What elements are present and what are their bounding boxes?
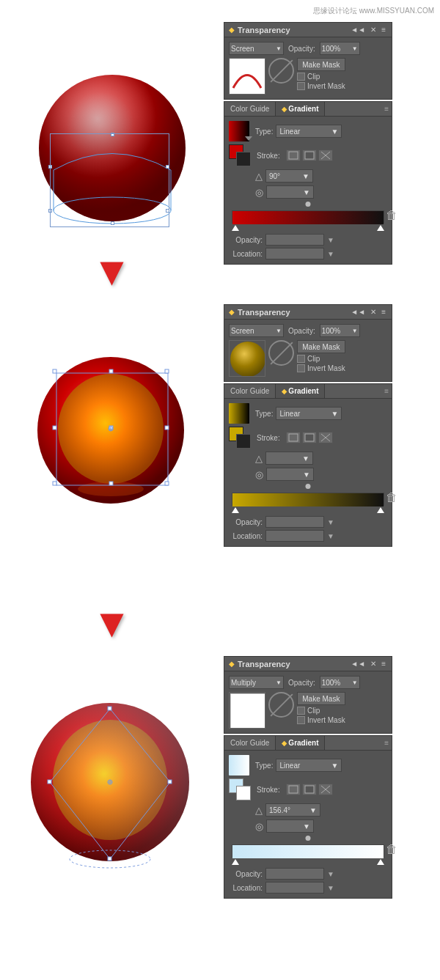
gradient-tab-2[interactable]: ◆ Gradient [276,384,325,398]
invert-checkbox-1[interactable] [297,82,305,90]
stroke-btn-3b[interactable] [302,784,317,795]
opacity-input-3[interactable] [265,868,324,880]
color-guide-tab-2[interactable]: Color Guide [224,384,276,398]
color-guide-tab-3[interactable]: Color Guide [224,736,276,750]
location-dropdown-arrow-1[interactable]: ▼ [327,250,334,258]
stroke-btn-2c[interactable] [318,432,333,443]
location-input-2[interactable] [265,530,324,542]
clip-checkbox-2[interactable] [297,355,305,363]
opacity-dropdown-2[interactable]: 100% ▼ [320,324,360,337]
blend-dropdown-2[interactable]: Screen ▼ [229,324,284,337]
panel-menu-btn-1[interactable]: ≡ [380,26,387,34]
gradient-tab-3[interactable]: ◆ Gradient [276,736,325,750]
location-input-3[interactable] [265,882,324,894]
blend-dropdown-1[interactable]: Screen ▼ [229,42,284,55]
stroke-btn-3a[interactable] [286,784,301,795]
panel-close-btn-1[interactable]: ✕ [369,26,378,34]
type-label-3: Type: [255,762,273,770]
make-mask-btn-1[interactable]: Make Mask [297,58,345,71]
opacity-dropdown-arrow-1[interactable]: ▼ [327,236,334,244]
location-arrow-drop-3[interactable]: ▼ [327,884,334,892]
mid-marker-3[interactable] [306,836,311,841]
stop-left-1[interactable] [232,225,239,231]
tab-menu-3[interactable]: ≡ [384,739,389,747]
blend-dropdown-3[interactable]: Multiply ▼ [229,676,284,689]
tab-menu-1[interactable]: ≡ [384,105,389,113]
location-input-1[interactable] [265,248,324,259]
color-guide-tab-1[interactable]: Color Guide [224,102,276,116]
diamond-tab-icon-1: ◆ [282,106,287,113]
opacity-dropdown-3[interactable]: 100% ▼ [320,676,360,689]
make-mask-btn-3[interactable]: Make Mask [297,692,345,705]
make-mask-btn-2[interactable]: Make Mask [297,340,345,353]
svg-point-2 [39,75,186,221]
preview-thumb-2 [229,340,265,377]
opacity-arrow-2: ▼ [352,328,358,334]
stop-left-3[interactable] [232,859,239,865]
opacity-dropdown-1[interactable]: 100% ▼ [320,42,360,55]
clip-label-3: Clip [307,707,320,715]
opacity-input-1[interactable] [265,234,324,246]
clip-checkbox-3[interactable] [297,707,305,715]
type-dropdown-3[interactable]: Linear ▼ [276,759,342,772]
stroke-btn-1c[interactable] [318,150,333,161]
grad-bar-svg-2 [232,493,384,506]
stop-right-3[interactable] [377,859,384,865]
swatch-arrow-1 [245,136,252,144]
delete-stop-btn-3[interactable]: 🗑 [386,843,397,856]
mid-marker-2[interactable] [306,484,311,489]
tab-menu-2[interactable]: ≡ [384,387,389,395]
circle-dropdown-2[interactable]: ▼ [266,468,314,481]
clip-checkbox-1[interactable] [297,73,305,81]
delete-stop-btn-1[interactable]: 🗑 [386,209,397,222]
invert-checkbox-2[interactable] [297,364,305,372]
stroke-btn-1a[interactable] [286,150,301,161]
grad-bar-container-2: 🗑 [229,493,387,506]
svg-rect-43 [48,780,51,784]
panel-collapse-btn-3[interactable]: ◄◄ [349,660,367,668]
panel-menu-btn-2[interactable]: ≡ [380,308,387,316]
delete-stop-btn-2[interactable]: 🗑 [386,491,397,504]
bg-color-3[interactable] [236,786,251,800]
arrow-1-container: ▼ [0,242,224,301]
stroke-btn-2a[interactable] [286,432,301,443]
bg-color-2[interactable] [236,434,251,449]
type-dropdown-2[interactable]: Linear ▼ [276,407,342,420]
stroke-btn-2b[interactable] [302,432,317,443]
stroke-btn-3c[interactable] [318,784,333,795]
stroke-btn-1b[interactable] [302,150,317,161]
panel-close-btn-2[interactable]: ✕ [369,308,378,316]
type-dropdown-1[interactable]: Linear ▼ [276,125,342,138]
angle-dropdown-3[interactable]: 156.4° ▼ [265,803,320,817]
checkbox-group-3: Make Mask Clip Invert Mask [297,692,345,724]
angle-value-1: 90° [269,172,280,180]
opacity-input-2[interactable] [265,516,324,528]
panel-close-btn-3[interactable]: ✕ [369,660,378,668]
stroke-row-1: Stroke: [229,144,387,166]
gradient-bar-1[interactable] [232,210,384,224]
location-arrow-drop-2[interactable]: ▼ [327,532,334,540]
invert-checkbox-3[interactable] [297,716,305,724]
stop-left-2[interactable] [232,507,239,513]
opacity-arrow-drop-3[interactable]: ▼ [327,870,334,878]
stroke-label-3: Stroke: [257,786,283,794]
circle-dropdown-3[interactable]: ▼ [266,819,314,833]
gradient-bar-2[interactable] [232,493,384,506]
angle-dropdown-1[interactable]: 90° ▼ [265,169,313,183]
transparency-body-3: Multiply ▼ Opacity: 100% ▼ [224,671,392,733]
mid-marker-1[interactable] [306,202,311,207]
gradient-tab-1[interactable]: ◆ Gradient [276,102,325,116]
stop-right-1[interactable] [377,225,384,231]
bg-color-1[interactable] [236,152,251,166]
svg-rect-44 [108,707,111,710]
gradient-panel-2: Color Guide ◆ Gradient ≡ [224,383,392,547]
panel-collapse-btn-1[interactable]: ◄◄ [349,26,367,34]
circle-dropdown-1[interactable]: ▼ [266,185,314,199]
clip-label-1: Clip [307,73,320,81]
panel-collapse-btn-2[interactable]: ◄◄ [349,308,367,316]
angle-dropdown-2[interactable]: ▼ [265,452,313,465]
opacity-arrow-drop-2[interactable]: ▼ [327,518,334,526]
panel-menu-btn-3[interactable]: ≡ [380,660,387,668]
stop-right-2[interactable] [377,507,384,513]
gradient-bar-3[interactable] [232,844,384,858]
